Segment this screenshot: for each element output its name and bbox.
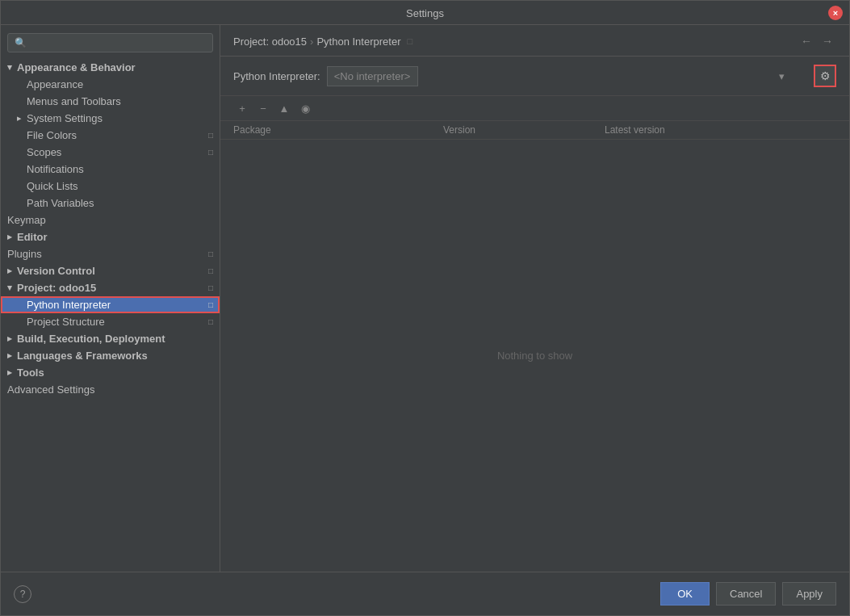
badge-icon: □: [208, 148, 213, 157]
sidebar-item-appearance-behavior[interactable]: Appearance & Behavior: [1, 59, 220, 76]
column-version: Version: [443, 124, 605, 136]
sidebar-item-label: Appearance: [27, 78, 83, 90]
sidebar-item-menus-toolbars[interactable]: Menus and Toolbars: [1, 93, 220, 110]
sidebar-item-label: Python Interpreter: [27, 299, 111, 311]
sidebar-item-label: File Colors: [27, 129, 77, 141]
remove-package-button[interactable]: −: [254, 99, 272, 117]
badge-icon: □: [208, 131, 213, 140]
sidebar-item-label: Advanced Settings: [7, 383, 94, 396]
breadcrumb-page: Python Interpreter: [316, 36, 400, 48]
sidebar-item-notifications[interactable]: Notifications: [1, 161, 220, 178]
sidebar-item-label: Version Control: [17, 265, 95, 277]
dialog-body: Appearance & Behavior Appearance Menus a…: [1, 25, 849, 572]
pin-icon: □: [407, 36, 412, 46]
gear-button[interactable]: ⚙: [814, 65, 836, 87]
sidebar-item-label: Notifications: [27, 163, 84, 175]
header-nav: ← →: [798, 33, 836, 49]
table-header: Package Version Latest version: [220, 121, 849, 140]
nav-forward-button[interactable]: →: [819, 33, 836, 49]
badge-icon: □: [208, 266, 213, 275]
badge-icon: □: [208, 249, 213, 258]
empty-text: Nothing to show: [497, 350, 572, 362]
sidebar-item-scopes[interactable]: Scopes □: [1, 144, 220, 161]
eye-button[interactable]: ◉: [296, 99, 314, 117]
badge-icon: □: [208, 300, 213, 309]
cancel-button[interactable]: Cancel: [716, 582, 776, 606]
search-input[interactable]: [7, 33, 213, 52]
close-button[interactable]: ×: [828, 6, 843, 20]
main-header: Project: odoo15 › Python Interpreter □ ←…: [220, 25, 849, 57]
interpreter-row: Python Interpreter: <No interpreter> ⚙: [220, 57, 849, 96]
sidebar-item-version-control[interactable]: Version Control □: [1, 262, 220, 279]
sidebar-item-languages-frameworks[interactable]: Languages & Frameworks: [1, 347, 220, 364]
sidebar-item-label: Appearance & Behavior: [17, 61, 136, 73]
sidebar-item-label: Path Variables: [27, 197, 94, 209]
interpreter-dropdown-wrapper: <No interpreter>: [327, 66, 807, 86]
main-content: Project: odoo15 › Python Interpreter □ ←…: [220, 25, 849, 572]
dialog-footer: ? OK Cancel Apply: [1, 572, 849, 615]
sidebar-item-project-structure[interactable]: Project Structure □: [1, 313, 220, 330]
nav-back-button[interactable]: ←: [798, 33, 815, 49]
sidebar-item-file-colors[interactable]: File Colors □: [1, 127, 220, 144]
column-latest-version: Latest version: [605, 124, 836, 136]
sidebar-item-appearance[interactable]: Appearance: [1, 76, 220, 93]
ok-button[interactable]: OK: [660, 582, 710, 606]
sidebar-item-keymap[interactable]: Keymap: [1, 212, 220, 228]
apply-button[interactable]: Apply: [782, 582, 836, 606]
sidebar-item-editor[interactable]: Editor: [1, 228, 220, 245]
settings-dialog: Settings × Appearance & Behavior Appeara…: [0, 0, 850, 616]
column-package: Package: [233, 124, 443, 136]
sidebar-item-label: Languages & Frameworks: [17, 350, 148, 362]
sidebar-item-label: Editor: [17, 231, 48, 243]
badge-icon: □: [208, 317, 213, 326]
sidebar-item-label: Scopes: [27, 146, 61, 158]
sidebar-item-advanced-settings[interactable]: Advanced Settings: [1, 381, 220, 398]
add-package-button[interactable]: +: [233, 99, 251, 117]
help-button[interactable]: ?: [14, 585, 31, 603]
titlebar: Settings ×: [1, 1, 849, 25]
interpreter-label: Python Interpreter:: [233, 70, 320, 82]
sidebar-item-python-interpreter[interactable]: Python Interpreter □: [1, 296, 220, 313]
sidebar-item-label: Keymap: [7, 214, 46, 226]
sidebar-item-quick-lists[interactable]: Quick Lists: [1, 178, 220, 195]
sidebar-item-label: Build, Execution, Deployment: [17, 333, 165, 345]
breadcrumb-separator: ›: [310, 36, 313, 48]
sidebar-item-label: Quick Lists: [27, 180, 78, 192]
sidebar-item-label: Project Structure: [27, 316, 105, 328]
breadcrumb-project: Project: odoo15: [233, 36, 307, 48]
up-button[interactable]: ▲: [275, 99, 293, 117]
sidebar-item-label: Menus and Toolbars: [27, 95, 121, 107]
sidebar-item-label: Project: odoo15: [17, 282, 96, 294]
sidebar-item-label: Tools: [17, 367, 44, 379]
footer-left: ?: [14, 585, 31, 603]
sidebar-item-system-settings[interactable]: System Settings: [1, 110, 220, 127]
sidebar: Appearance & Behavior Appearance Menus a…: [1, 25, 220, 572]
sidebar-item-label: System Settings: [27, 112, 103, 124]
sidebar-item-plugins[interactable]: Plugins □: [1, 245, 220, 262]
sidebar-item-label: Plugins: [7, 248, 42, 260]
table-empty-state: Nothing to show: [220, 140, 849, 572]
sidebar-item-build-execution[interactable]: Build, Execution, Deployment: [1, 330, 220, 347]
footer-right: OK Cancel Apply: [660, 582, 836, 606]
sidebar-item-project-odoo15[interactable]: Project: odoo15 □: [1, 279, 220, 296]
gear-icon: ⚙: [820, 69, 831, 82]
dialog-title: Settings: [406, 7, 444, 19]
breadcrumb: Project: odoo15 › Python Interpreter □: [233, 36, 793, 48]
toolbar-row: + − ▲ ◉: [220, 96, 849, 121]
sidebar-item-path-variables[interactable]: Path Variables: [1, 195, 220, 212]
interpreter-select[interactable]: <No interpreter>: [327, 66, 418, 86]
badge-icon: □: [208, 283, 213, 292]
sidebar-item-tools[interactable]: Tools: [1, 364, 220, 381]
